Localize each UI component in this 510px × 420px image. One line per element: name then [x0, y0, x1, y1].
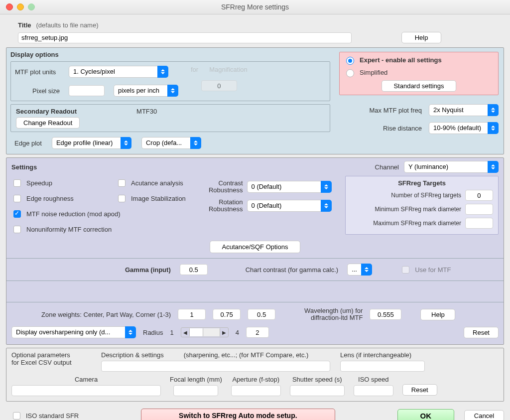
magnification-label: Magnification: [209, 66, 248, 73]
crop-select[interactable]: Crop (defa...: [141, 137, 201, 149]
aperture-input[interactable]: [231, 385, 281, 396]
simplified-radio[interactable]: [346, 69, 354, 77]
radius-max-label: 4: [236, 329, 239, 336]
camera-label: Camera: [75, 376, 98, 383]
speedup-checkbox[interactable]: [13, 179, 21, 187]
mode-box: Expert - enable all settings Simplified …: [339, 52, 499, 95]
use-for-mtf-label: Use for MTF: [415, 266, 451, 274]
acutance-checkbox[interactable]: [118, 179, 126, 187]
output-reset-button[interactable]: Reset: [402, 384, 437, 396]
edge-plot-label: Edge plot: [14, 140, 42, 147]
edge-plot-select[interactable]: Edge profile (linear): [52, 137, 131, 149]
num-targets-label: Number of SFRreg targets: [391, 192, 461, 199]
mtf-noise-label: MTF noise reduction (mod apod): [26, 210, 121, 218]
min-diameter-label: Minimum SFRreg mark diameter: [375, 206, 461, 213]
lens-label: Lens (if interchangeable): [340, 351, 425, 359]
output-heading2: for Excel CSV output: [11, 359, 91, 366]
help-button[interactable]: Help: [401, 32, 441, 43]
title-input[interactable]: [18, 32, 352, 43]
acutance-sqf-button[interactable]: Acutance/SQF Options: [210, 241, 301, 253]
radius-input[interactable]: [246, 327, 269, 338]
standard-settings-button[interactable]: Standard settings: [382, 80, 456, 92]
zone-1-input[interactable]: [178, 309, 206, 320]
chart-contrast-select[interactable]: ...: [347, 264, 372, 276]
pixel-size-label: Pixel size: [15, 87, 60, 95]
slider-right-icon[interactable]: ▶: [220, 330, 228, 335]
radius-label: Radius: [143, 329, 163, 336]
cancel-button[interactable]: Cancel: [464, 410, 504, 420]
simplified-label: Simplified: [360, 69, 387, 76]
focal-label: Focal length (mm): [170, 376, 222, 383]
max-mtf-freq-label: Max MTF plot freq: [370, 107, 422, 114]
pixel-size-input[interactable]: [69, 85, 105, 96]
targets-heading: SFRreg Targets: [351, 179, 493, 187]
max-diameter-input[interactable]: [465, 218, 493, 229]
slider-left-icon[interactable]: ◀: [181, 330, 189, 335]
radius-min-label: 1: [170, 329, 173, 336]
settings-help-button[interactable]: Help: [420, 309, 455, 320]
expert-radio[interactable]: [346, 57, 354, 65]
image-stab-label: Image Stabilization: [131, 195, 186, 202]
settings-reset-button[interactable]: Reset: [464, 327, 499, 338]
desc-input[interactable]: [101, 361, 330, 372]
rise-distance-select[interactable]: 10-90% (default): [429, 122, 499, 134]
lens-input[interactable]: [340, 361, 425, 372]
for-label: for: [191, 66, 198, 73]
desc-label: Description & settings: [101, 351, 164, 359]
mtf-units-label: MTF plot units: [15, 68, 60, 76]
switch-mode-button[interactable]: Switch to SFRreg Auto mode setup.: [141, 409, 335, 420]
speedup-label: Speedup: [26, 179, 52, 187]
oversharpening-select[interactable]: Display oversharpening only (d...: [11, 326, 136, 338]
desc-hint: (sharpening, etc...; (for MTF Compare, e…: [184, 351, 309, 359]
max-mtf-freq-select[interactable]: 2x Nyquist: [429, 104, 499, 116]
wavelength-input[interactable]: [370, 309, 401, 320]
wavelength-label1: Wavelength (um) for: [304, 307, 363, 314]
mtf-units-select[interactable]: 1. Cycles/pixel: [69, 66, 168, 78]
use-for-mtf-checkbox: [402, 266, 409, 274]
channel-select[interactable]: Y (luminance): [404, 161, 499, 173]
min-diameter-input[interactable]: [465, 204, 493, 215]
edge-roughness-checkbox[interactable]: [13, 195, 21, 202]
radius-slider[interactable]: ◀ ▶: [181, 327, 229, 337]
zone-2-input[interactable]: [213, 309, 241, 320]
title-hint: (defaults to file name): [36, 21, 99, 29]
aperture-label: Aperture (f-stop): [232, 376, 279, 383]
camera-input[interactable]: [11, 385, 161, 396]
output-heading1: Optional parameters: [11, 351, 91, 359]
window-title: SFRreg More settings: [0, 3, 510, 11]
rotation-robust-label2: Robustness: [198, 206, 243, 213]
iso-sfr-checkbox[interactable]: [13, 412, 20, 420]
zone-weights-label: Zone weights: Center, Part Way, Corner (…: [41, 311, 171, 318]
num-targets-input[interactable]: [465, 190, 493, 201]
contrast-robust-select[interactable]: 0 (Default): [247, 181, 332, 193]
rotation-robust-select[interactable]: 0 (Default): [247, 200, 332, 212]
nonuniformity-checkbox[interactable]: [13, 226, 21, 233]
channel-label: Channel: [375, 163, 399, 171]
acutance-label: Acutance analysis: [131, 179, 183, 187]
pixel-unit-select[interactable]: pixels per inch: [114, 85, 178, 97]
shutter-label: Shutter speed (s): [292, 376, 342, 383]
shutter-input[interactable]: [290, 385, 345, 396]
window-titlebar: SFRreg More settings: [0, 0, 510, 14]
contrast-robust-label2: Robustness: [198, 187, 243, 194]
max-diameter-label: Maximum SFRreg mark diameter: [373, 220, 461, 227]
gamma-label: Gamma (input): [125, 266, 171, 274]
settings-heading: Settings: [11, 163, 37, 171]
image-stab-checkbox[interactable]: [118, 195, 126, 202]
title-label: Title: [18, 21, 31, 29]
edge-roughness-label: Edge roughness: [26, 195, 74, 202]
magnification-input: [201, 80, 237, 91]
expert-label: Expert - enable all settings: [360, 56, 442, 64]
focal-input[interactable]: [173, 385, 218, 396]
change-readout-button[interactable]: Change Readout: [16, 117, 80, 129]
sfrreg-targets-box: SFRreg Targets Number of SFRreg targets …: [345, 176, 499, 235]
secondary-readout-value: MTF30: [136, 108, 157, 115]
zone-3-input[interactable]: [248, 309, 275, 320]
gamma-input[interactable]: [180, 264, 208, 275]
mtf-noise-checkbox[interactable]: [13, 210, 21, 218]
ok-button[interactable]: OK: [397, 409, 455, 420]
nonuniformity-label: Nonuniformity MTF correction: [26, 226, 112, 233]
iso-input[interactable]: [354, 385, 393, 396]
rise-distance-label: Rise distance: [383, 125, 422, 132]
rotation-robust-label1: Rotation: [198, 199, 243, 206]
